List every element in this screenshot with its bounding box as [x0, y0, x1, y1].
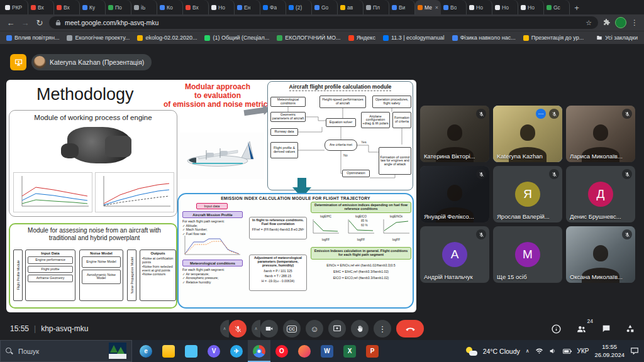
browser-tab[interactable]: Ен ×: [235, 0, 260, 14]
weather-text[interactable]: 24°C Cloudy: [483, 348, 520, 355]
reload-icon[interactable]: ↻: [35, 19, 45, 27]
browser-tab[interactable]: Вх ×: [28, 0, 54, 14]
screen: РКР × Вх × Вх × Ку ×: [0, 0, 644, 362]
camera-options-chevron[interactable]: ∧: [252, 320, 260, 337]
browser-tab[interactable]: Но ×: [467, 0, 492, 14]
mic-options-chevron[interactable]: ∧: [220, 320, 229, 337]
end-call-button[interactable]: [396, 320, 424, 337]
taskbar-app-icon[interactable]: [293, 340, 316, 362]
language-indicator[interactable]: УКР: [577, 348, 589, 354]
participant-tile[interactable]: Я Ярослав Валерій...: [493, 166, 562, 222]
browser-tab[interactable]: Вх ×: [54, 0, 80, 14]
participant-tile[interactable]: Януарій Феліксо...: [420, 166, 489, 222]
meeting-details-icon[interactable]: [551, 324, 562, 334]
browser-tab[interactable]: Но ×: [209, 0, 235, 14]
url-bar[interactable]: meet.google.com/khp-asvq-mku ☆: [49, 16, 598, 29]
new-tab-button[interactable]: +: [570, 1, 584, 14]
all-bookmarks-button[interactable]: Усі закладки: [596, 35, 638, 41]
tab-favicon: [366, 5, 371, 10]
avatar: А: [442, 242, 467, 267]
browser-tab[interactable]: По ×: [106, 0, 131, 14]
browser-tab[interactable]: Ме ×: [415, 0, 441, 14]
more-options-button[interactable]: ⋮: [374, 320, 391, 337]
tab-label: Вх: [192, 4, 199, 11]
raise-hand-button[interactable]: [351, 320, 369, 337]
browser-tab[interactable]: Ви ×: [389, 0, 415, 14]
taskbar-app-icon[interactable]: e: [135, 340, 157, 362]
reactions-button[interactable]: ☺: [306, 320, 323, 337]
browser-tab[interactable]: Gc ×: [544, 0, 570, 14]
forward-icon[interactable]: →: [20, 19, 30, 27]
battery-icon[interactable]: [563, 346, 572, 357]
participant-tile[interactable]: А Андрій Натальчук: [420, 226, 489, 283]
taskbar-app-icon[interactable]: W: [316, 340, 338, 362]
tab-label: Вх: [38, 4, 44, 11]
browser-tab[interactable]: Вх ×: [183, 0, 209, 14]
taskbar-app-icon[interactable]: [248, 340, 270, 362]
participant-tile[interactable]: Оксана Миколаїв...: [566, 226, 635, 283]
taskbar-app-icon[interactable]: X: [338, 340, 361, 362]
tile-menu-button[interactable]: ⋯: [536, 109, 546, 119]
taskbar-search[interactable]: Пошук: [0, 340, 132, 362]
clock-time: 15:55: [594, 343, 625, 351]
browser-tab[interactable]: Пл ×: [364, 0, 389, 14]
wifi-icon[interactable]: [535, 346, 543, 357]
back-icon[interactable]: ←: [6, 19, 16, 27]
camera-button[interactable]: [260, 320, 278, 337]
bookmark-item[interactable]: 11.3 | ecologymanual: [383, 35, 445, 41]
browser-tab[interactable]: Но ×: [492, 0, 518, 14]
bookmark-item[interactable]: Екологічне проекту...: [67, 35, 130, 41]
activities-panel-icon[interactable]: [625, 324, 635, 334]
participant-tile[interactable]: Д Денис Брушневс...: [566, 166, 635, 222]
participant-tile[interactable]: М Ще 15 осіб: [493, 226, 562, 283]
search-highlight-art[interactable]: [109, 343, 126, 360]
taskbar-app-icon[interactable]: P: [361, 340, 384, 362]
notifications-icon[interactable]: [630, 346, 639, 357]
mic-muted-icon: [476, 229, 486, 239]
taskbar-clock[interactable]: 15:55 26.09.2024: [594, 343, 625, 359]
browser-tab[interactable]: РКР ×: [3, 0, 28, 14]
tab-close-icon[interactable]: ×: [435, 4, 438, 11]
taskbar-app-icon[interactable]: [180, 340, 203, 362]
browser-tab[interactable]: Go ×: [312, 0, 338, 14]
lock-icon: [55, 19, 61, 26]
present-button[interactable]: [328, 320, 346, 337]
extensions-icon[interactable]: [602, 18, 611, 28]
slide-title: Methodology: [36, 85, 134, 104]
chat-panel-icon[interactable]: [601, 324, 611, 334]
participant-tile[interactable]: ⋯ Kateryna Kazhan: [493, 106, 562, 162]
browser-tab[interactable]: Ку ×: [80, 0, 106, 14]
bookmark-item[interactable]: Фізика навколо нас...: [452, 35, 516, 41]
bookmark-item[interactable]: ЕКОЛОГІЧНИЙ МО...: [277, 35, 340, 41]
bookmark-item[interactable]: Яндекс: [348, 35, 375, 41]
taskbar-app-icon[interactable]: V: [203, 340, 225, 362]
browser-tab[interactable]: Во ×: [441, 0, 467, 14]
bookmark-star-icon[interactable]: ☆: [586, 19, 592, 27]
participant-tile[interactable]: Лариса Миколаїв...: [566, 106, 635, 162]
browser-tab[interactable]: Фа ×: [260, 0, 286, 14]
taskbar-app-icon[interactable]: [157, 340, 180, 362]
bookmark-item[interactable]: (1) Общий (Спеціал...: [204, 35, 269, 41]
captions-button[interactable]: CC: [283, 320, 301, 337]
tab-favicon: [392, 5, 397, 10]
taskbar-app-icon[interactable]: O: [270, 340, 293, 362]
weather-icon[interactable]: [466, 347, 477, 356]
browser-tab[interactable]: (2) ×: [286, 0, 312, 14]
browser-tab[interactable]: Ко ×: [157, 0, 183, 14]
mic-button[interactable]: [229, 320, 247, 337]
people-panel-icon[interactable]: 24: [575, 324, 587, 334]
participant-tile[interactable]: Катерина Вікторі...: [420, 106, 489, 162]
bookmark-item[interactable]: Вплив повітрян...: [6, 35, 59, 41]
taskbar-app-icon[interactable]: ✈: [225, 340, 248, 362]
browser-tab[interactable]: ав ×: [338, 0, 364, 14]
profile-avatar[interactable]: [615, 17, 626, 28]
presenter-chip[interactable]: Kateryna Kazhan (Презентація): [31, 54, 152, 70]
browser-tab[interactable]: Но ×: [518, 0, 544, 14]
browser-menu-icon[interactable]: ⋮: [631, 18, 638, 27]
tab-favicon: [211, 5, 216, 10]
bookmark-item[interactable]: ekolog-02.02.2020...: [137, 35, 197, 41]
browser-tab[interactable]: іЬ ×: [131, 0, 157, 14]
bookmark-item[interactable]: Презентація до ур...: [523, 35, 584, 41]
speaker-icon[interactable]: [549, 346, 557, 357]
tray-chevron-icon[interactable]: ∧: [526, 348, 530, 354]
